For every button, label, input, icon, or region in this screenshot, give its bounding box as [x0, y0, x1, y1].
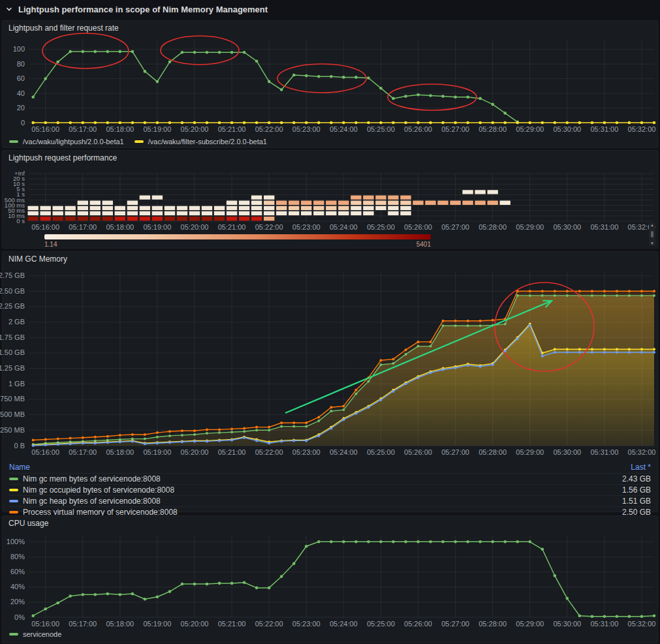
request-rate-chart[interactable]: 05:16:0005:17:0005:18:0005:19:0005:20:00… [3, 35, 657, 137]
svg-text:05:20:00: 05:20:00 [181, 125, 209, 133]
gc-memory-chart[interactable]: 05:16:0005:17:0005:18:0005:19:0005:20:00… [3, 266, 657, 462]
svg-text:05:27:00: 05:27:00 [441, 223, 469, 231]
svg-text:05:29:00: 05:29:00 [516, 620, 544, 628]
cpu-usage-legend: servicenode [3, 630, 657, 638]
svg-text:05:32:00: 05:32:00 [628, 125, 656, 133]
svg-text:05:29:00: 05:29:00 [516, 223, 544, 231]
svg-text:1.50 GB: 1.50 GB [0, 348, 25, 356]
svg-text:05:20:00: 05:20:00 [181, 223, 209, 231]
svg-text:2.50 GB: 2.50 GB [0, 287, 25, 295]
svg-text:05:21:00: 05:21:00 [218, 125, 246, 133]
svg-text:05:17:00: 05:17:00 [69, 620, 97, 628]
legend-swatch [9, 478, 18, 480]
cpu-usage-chart[interactable]: 05:16:0005:17:0005:18:0005:19:0005:20:00… [3, 530, 657, 630]
dashboard-row-header[interactable]: Lightpush performance in scope of Nim Me… [0, 0, 660, 18]
svg-text:05:26:00: 05:26:00 [404, 620, 432, 628]
svg-text:05:30:00: 05:30:00 [553, 620, 581, 628]
legend-name-header: Name [9, 463, 30, 472]
legend-item[interactable]: servicenode [9, 630, 61, 638]
svg-text:05:31:00: 05:31:00 [590, 125, 618, 133]
svg-text:05:27:00: 05:27:00 [441, 620, 469, 628]
svg-text:05:25:00: 05:25:00 [367, 448, 395, 456]
legend-swatch [9, 511, 18, 514]
svg-text:05:23:00: 05:23:00 [292, 620, 321, 628]
series-last-value: 1.51 GB [622, 497, 651, 506]
svg-text:05:24:00: 05:24:00 [330, 448, 358, 456]
color-scale-min: 1.14 [44, 241, 57, 248]
svg-text:05:22:00: 05:22:00 [255, 448, 283, 456]
request-performance-heatmap[interactable]: 05:16:0005:17:0005:18:0005:19:0005:20:00… [3, 165, 657, 233]
svg-text:2 GB: 2 GB [8, 318, 25, 326]
series-last-value: 2.43 GB [622, 474, 651, 483]
memory-legend-table: Name Last * Nim gc mem bytes of servicen… [3, 462, 657, 517]
legend-table-row[interactable]: Nim gc heap bytes of servicenode:80081.5… [9, 495, 651, 506]
svg-text:05:25:00: 05:25:00 [367, 620, 395, 628]
legend-table-row[interactable]: Nim gc mem bytes of servicenode:80082.43… [9, 473, 651, 484]
svg-text:0%: 0% [14, 613, 25, 621]
svg-text:05:18:00: 05:18:00 [106, 448, 134, 456]
panel-title-request-rate[interactable]: Lightpush and filter request rate [3, 21, 657, 35]
svg-text:100%: 100% [7, 538, 25, 545]
svg-text:05:32:00: 05:32:00 [628, 448, 656, 456]
scroll-track[interactable] [651, 231, 653, 238]
svg-text:05:31:00: 05:31:00 [590, 620, 618, 628]
legend-item[interactable]: /vac/waku/filter-subscribe/2.0.0-beta1 [134, 138, 267, 146]
svg-text:05:23:00: 05:23:00 [292, 448, 321, 456]
svg-text:05:25:00: 05:25:00 [367, 223, 395, 231]
svg-text:05:30:00: 05:30:00 [553, 223, 581, 231]
svg-text:2.25 GB: 2.25 GB [0, 302, 25, 310]
panel-cpu-usage: CPU usage 05:16:0005:17:0005:18:0005:19:… [2, 515, 658, 643]
svg-text:1 GB: 1 GB [8, 380, 25, 388]
svg-text:05:19:00: 05:19:00 [144, 223, 172, 231]
svg-text:05:26:00: 05:26:00 [404, 448, 432, 456]
panel-request-performance: Lightpush request performance 05:16:0005… [2, 150, 658, 249]
svg-text:05:28:00: 05:28:00 [479, 448, 507, 456]
svg-text:05:16:00: 05:16:00 [31, 620, 59, 628]
svg-text:05:22:00: 05:22:00 [255, 620, 283, 628]
legend-swatch [134, 140, 144, 143]
heatmap-scrollbar[interactable]: ▲ ▼ [649, 222, 655, 246]
series-last-value: 1.56 GB [622, 485, 651, 495]
panel-title-gc-memory[interactable]: NIM GC Memory [3, 252, 657, 266]
svg-text:05:28:00: 05:28:00 [479, 125, 507, 133]
svg-text:05:27:00: 05:27:00 [441, 448, 469, 456]
series-name: Nim gc occupied bytes of servicenode:800… [23, 485, 622, 495]
svg-text:80%: 80% [10, 553, 25, 560]
legend-table-row[interactable]: Nim gc occupied bytes of servicenode:800… [9, 484, 651, 495]
svg-text:05:25:00: 05:25:00 [367, 125, 395, 133]
svg-text:40%: 40% [10, 583, 25, 590]
svg-text:05:30:00: 05:30:00 [553, 125, 581, 133]
svg-text:05:30:00: 05:30:00 [553, 448, 581, 456]
svg-text:05:24:00: 05:24:00 [330, 620, 358, 628]
svg-text:05:29:00: 05:29:00 [516, 125, 544, 133]
scroll-down-icon[interactable]: ▼ [650, 241, 654, 246]
svg-text:60%: 60% [10, 568, 25, 575]
scroll-up-icon[interactable]: ▲ [650, 222, 654, 228]
panel-title-cpu-usage[interactable]: CPU usage [3, 516, 657, 530]
legend-last-header[interactable]: Last * [631, 463, 651, 472]
svg-text:05:16:00: 05:16:00 [31, 125, 59, 133]
svg-text:05:20:00: 05:20:00 [181, 448, 209, 456]
svg-text:05:16:00: 05:16:00 [31, 448, 59, 456]
svg-text:05:23:00: 05:23:00 [292, 125, 321, 133]
series-name: Nim gc heap bytes of servicenode:8008 [23, 497, 622, 506]
panel-title-request-performance[interactable]: Lightpush request performance [3, 151, 657, 165]
svg-text:05:17:00: 05:17:00 [69, 125, 97, 133]
svg-text:05:26:00: 05:26:00 [404, 223, 432, 231]
svg-text:500 MB: 500 MB [0, 410, 25, 418]
color-scale-max: 5401 [416, 241, 431, 248]
svg-text:0: 0 [21, 119, 25, 127]
svg-text:1.75 GB: 1.75 GB [0, 333, 25, 341]
svg-text:0 B: 0 B [14, 442, 25, 450]
svg-text:05:20:00: 05:20:00 [181, 620, 209, 628]
legend-swatch [9, 500, 18, 502]
legend-swatch [9, 140, 18, 143]
heatmap-color-scale [44, 234, 431, 239]
legend-swatch [9, 489, 18, 491]
svg-text:05:17:00: 05:17:00 [69, 448, 97, 456]
svg-text:05:18:00: 05:18:00 [106, 223, 134, 231]
legend-item[interactable]: /vac/waku/lightpush/2.0.0-beta1 [9, 138, 124, 146]
legend-label: /vac/waku/lightpush/2.0.0-beta1 [23, 138, 124, 146]
svg-text:05:22:00: 05:22:00 [255, 223, 283, 231]
svg-text:05:18:00: 05:18:00 [106, 125, 134, 133]
